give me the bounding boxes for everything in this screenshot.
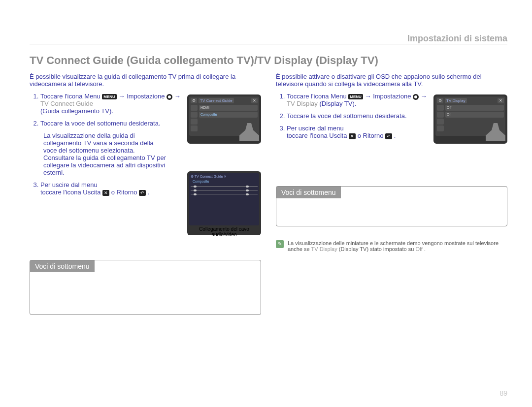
note-icon: ✎ xyxy=(276,240,284,248)
gear-icon: ⚙ xyxy=(437,98,443,103)
text: Toccare l'icona Menu xyxy=(287,93,348,100)
menu-path-grey: TV Display xyxy=(287,100,318,107)
mock-row-hdmi: HDMI xyxy=(199,105,258,111)
text: → Impostazione xyxy=(365,93,413,100)
text: . xyxy=(424,246,426,252)
mock-title: TV Display xyxy=(445,98,467,103)
right-step-1: Toccare l'icona Menu MENU → Impostazione… xyxy=(287,93,429,107)
mock-row-off: Off xyxy=(445,105,504,111)
gear-icon xyxy=(166,94,172,100)
left-step-1: Toccare l'icona Menu MENU → Impostazione… xyxy=(40,93,182,115)
right-intro: È possibile attivare o disattivare gli O… xyxy=(276,73,507,88)
mock-row-composite: Composite xyxy=(199,112,258,118)
text: Toccare l'icona Menu xyxy=(40,93,102,100)
menu-icon: MENU xyxy=(102,94,117,99)
page-indicator xyxy=(191,119,198,125)
left-intro: È possibile visualizzare la guida di col… xyxy=(30,73,261,88)
text: Toccare la voce del sottomenu desiderata… xyxy=(40,120,161,127)
text: (Guida collegamento TV). xyxy=(40,107,113,115)
menu-icon: MENU xyxy=(348,94,363,99)
submenu-header: Voci di sottomenu xyxy=(276,187,341,198)
mock-connection-diagram: ⚙ TV Connect Guide ✕ Composite Collegame… xyxy=(187,171,261,235)
section-label: Impostazioni di sistema xyxy=(30,33,507,44)
menu-path-grey: TV Connect Guide xyxy=(40,100,93,107)
back-icon xyxy=(191,125,198,131)
mock2-subtitle: Composite xyxy=(193,180,258,183)
close-icon: ✕ xyxy=(251,98,258,103)
gear-icon: ⚙ xyxy=(191,175,194,178)
note-text: La visualizzazione delle miniature e le … xyxy=(288,240,507,252)
up-icon xyxy=(437,105,444,111)
text: o Ritorno xyxy=(111,188,139,196)
text: → Impostazione xyxy=(119,93,167,100)
mock2-title: TV Connect Guide xyxy=(195,175,223,178)
close-icon: ✕ xyxy=(224,175,227,178)
down-icon xyxy=(437,112,444,118)
gear-icon: ⚙ xyxy=(191,98,197,103)
text-em: TV Display xyxy=(311,246,337,252)
mock-tv-connect-menu: ⚙ TV Connect Guide ✕ HDMI Composite xyxy=(187,94,261,144)
left-step-2-detail: La visualizzazione della guida di colleg… xyxy=(43,132,166,176)
page-number: 89 xyxy=(499,389,507,397)
mock-tv-display-menu: ⚙ TV Display ✕ Off On xyxy=(433,94,507,144)
left-step-2: Toccare la voce del sottomenu desiderata… xyxy=(40,120,182,127)
text: . xyxy=(394,132,396,139)
text: → xyxy=(174,93,181,100)
mock-title: TV Connect Guide xyxy=(199,98,234,103)
note-box: ✎ La visualizzazione delle miniature e l… xyxy=(276,240,507,252)
text: o Ritorno xyxy=(358,132,385,139)
page-title: TV Connect Guide (Guida collegamento TV)… xyxy=(30,54,507,67)
text: → xyxy=(421,93,427,100)
close-icon: ✕ xyxy=(498,98,504,103)
left-submenu-box: Voci di sottomenu xyxy=(30,260,261,315)
text: (Display TV) stato impostato su xyxy=(339,246,416,252)
exit-icon: ✕ xyxy=(349,133,356,139)
text: Per uscire dal menu xyxy=(40,181,98,188)
text: Toccare la voce del sottomenu desiderata… xyxy=(287,112,407,120)
text: (Display TV). xyxy=(319,100,356,107)
right-submenu-box: Voci di sottomenu xyxy=(276,186,507,226)
mock2-caption: Collegamento del cavo audio/video xyxy=(189,226,259,237)
header-divider xyxy=(30,44,507,44)
submenu-header: Voci di sottomenu xyxy=(30,260,95,272)
right-step-2: Toccare la voce del sottomenu desiderata… xyxy=(287,112,429,120)
text-em: Off xyxy=(415,246,422,252)
text: . xyxy=(148,188,150,196)
exit-icon: ✕ xyxy=(102,190,109,196)
gear-icon xyxy=(413,94,419,100)
left-step-3: Per uscire dal menu toccare l'icona Usci… xyxy=(40,181,182,196)
return-icon: ↶ xyxy=(139,190,146,196)
return-icon: ↶ xyxy=(385,133,392,139)
mock-row-on: On xyxy=(445,112,504,118)
right-step-3: Per uscire dal menu toccare l'icona Usci… xyxy=(287,125,429,139)
cable-diagram xyxy=(191,186,258,196)
page-indicator xyxy=(437,119,444,125)
back-icon xyxy=(437,125,444,131)
text: toccare l'icona Uscita xyxy=(287,132,349,139)
text: Per uscire dal menu xyxy=(287,125,344,132)
up-icon xyxy=(191,105,198,111)
down-icon xyxy=(191,112,198,118)
text: toccare l'icona Uscita xyxy=(40,188,102,196)
